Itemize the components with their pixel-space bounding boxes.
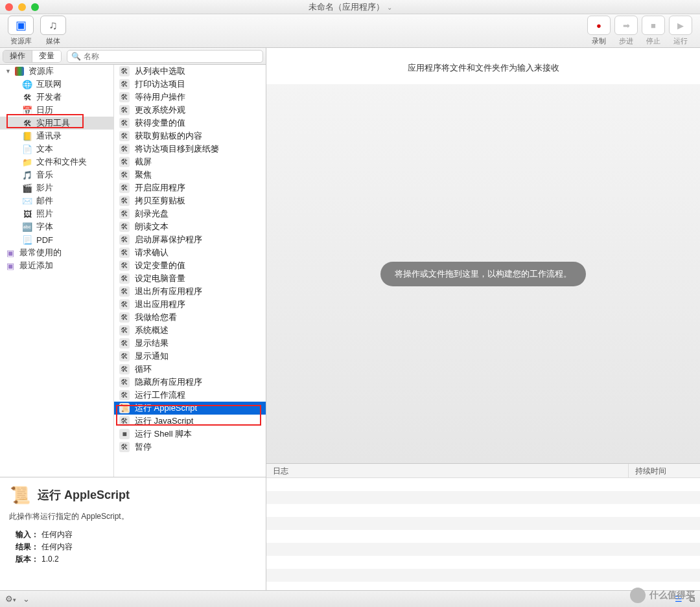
action-item[interactable]: 🛠系统概述 (114, 324, 266, 337)
smart-folder-item[interactable]: ▣最近添加 (0, 259, 113, 272)
action-item[interactable]: 🛠显示结果 (114, 337, 266, 350)
category-item[interactable]: 🖼照片 (0, 207, 113, 220)
category-item[interactable]: 🛠开发者 (0, 91, 113, 104)
category-list[interactable]: ▼资源库🌐互联网🛠开发者📅日历🛠实用工具📒通讯录📄文本📁文件和文件夹🎵音乐🎬影片… (0, 65, 114, 477)
minimize-window-button[interactable] (18, 3, 26, 11)
category-item[interactable]: 📁文件和文件夹 (0, 155, 113, 168)
action-item[interactable]: 🛠退出应用程序 (114, 298, 266, 311)
toolbar: ▣ 资源库 ♫ 媒体 ● 录制 ➡ 步进 ■ 停止 ▶ 运行 (0, 14, 700, 48)
action-item[interactable]: 🛠隐藏所有应用程序 (114, 376, 266, 389)
library-toggle-button[interactable]: ▣ 资源库 (8, 16, 34, 46)
library-root[interactable]: ▼资源库 (0, 65, 113, 78)
action-item[interactable]: 🛠刻录光盘 (114, 207, 266, 220)
toggle-description-icon[interactable]: ⌄ (23, 594, 30, 604)
action-item[interactable]: 🛠退出所有应用程序 (114, 285, 266, 298)
action-title: 运行 AppleScript (38, 487, 130, 503)
action-item[interactable]: 🛠获取剪贴板的内容 (114, 130, 266, 143)
action-item[interactable]: 🛠拷贝至剪贴板 (114, 194, 266, 207)
search-field[interactable]: 🔍 (67, 50, 263, 63)
library-tabs-row: 操作 变量 🔍 (0, 48, 266, 65)
action-item[interactable]: 🛠更改系统外观 (114, 104, 266, 117)
category-item[interactable]: 🎬影片 (0, 181, 113, 194)
record-button[interactable]: ● 录制 (587, 16, 611, 46)
category-item[interactable]: 🔤字体 (0, 220, 113, 233)
action-item[interactable]: 🛠暂停 (114, 441, 266, 453)
tab-variables[interactable]: 变量 (32, 51, 61, 62)
action-item[interactable]: 🛠设定电脑音量 (114, 272, 266, 285)
chevron-down-icon: ⌄ (387, 4, 392, 11)
action-item[interactable]: 📜运行 AppleScript (114, 402, 266, 415)
stop-button[interactable]: ■ 停止 (642, 16, 665, 46)
search-input[interactable] (84, 52, 259, 61)
action-item[interactable]: 🛠等待用户操作 (114, 91, 266, 104)
window-title[interactable]: 未命名（应用程序）⌄ (309, 1, 392, 13)
category-item[interactable]: 📃PDF (0, 233, 113, 246)
action-item[interactable]: 🛠运行 JavaScript (114, 415, 266, 428)
category-item[interactable]: 📅日历 (0, 104, 113, 117)
action-item[interactable]: 🛠运行工作流程 (114, 389, 266, 402)
watermark-icon (630, 588, 646, 603)
category-item[interactable]: ✉️邮件 (0, 194, 113, 207)
action-item[interactable]: 🛠循环 (114, 363, 266, 376)
tab-actions[interactable]: 操作 (3, 51, 32, 62)
traffic-lights (5, 3, 39, 11)
action-description-panel: 📜 运行 AppleScript 此操作将运行指定的 AppleScript。 … (0, 477, 266, 590)
sidebar-icon: ▣ (16, 18, 27, 32)
gear-menu-icon[interactable]: ⚙︎▾ (5, 594, 16, 604)
search-icon: 🔍 (71, 52, 81, 61)
zoom-window-button[interactable] (31, 3, 39, 11)
action-item[interactable]: 🛠聚焦 (114, 168, 266, 181)
action-item[interactable]: 🛠设定变量的值 (114, 259, 266, 272)
workflow-hint: 将操作或文件拖到这里，以构建您的工作流程。 (380, 262, 586, 286)
workflow-canvas[interactable]: 将操作或文件拖到这里，以构建您的工作流程。 (266, 84, 700, 463)
log-col-duration[interactable]: 持续时间 (629, 464, 700, 477)
workflow-input-header: 应用程序将文件和文件夹作为输入来接收 (266, 48, 700, 84)
action-item[interactable]: 🛠请求确认 (114, 246, 266, 259)
watermark: 什么值得买 (630, 588, 695, 603)
category-item[interactable]: 🛠实用工具 (0, 117, 113, 130)
step-button[interactable]: ➡ 步进 (614, 16, 638, 46)
titlebar: 未命名（应用程序）⌄ (0, 0, 700, 14)
action-item[interactable]: 🛠我做给您看 (114, 311, 266, 324)
action-item[interactable]: 🛠显示通知 (114, 350, 266, 363)
category-item[interactable]: 🎵音乐 (0, 168, 113, 181)
media-icon: ♫ (49, 19, 58, 32)
media-button[interactable]: ♫ 媒体 (40, 16, 66, 46)
action-item[interactable]: 🛠截屏 (114, 155, 266, 168)
action-item[interactable]: 🛠开启应用程序 (114, 181, 266, 194)
action-item[interactable]: ■运行 Shell 脚本 (114, 428, 266, 441)
log-rows (266, 478, 700, 590)
category-item[interactable]: 📒通讯录 (0, 130, 113, 143)
log-col-log[interactable]: 日志 (266, 464, 629, 477)
action-item[interactable]: 🛠朗读文本 (114, 220, 266, 233)
smart-folder-item[interactable]: ▣最常使用的 (0, 246, 113, 259)
action-item[interactable]: 🛠将访达项目移到废纸篓 (114, 143, 266, 155)
action-description: 此操作将运行指定的 AppleScript。 (9, 511, 257, 522)
status-bar: ⚙︎▾ ⌄ ☰ ⧉ (0, 590, 700, 607)
action-item[interactable]: 🛠获得变量的值 (114, 117, 266, 130)
action-item[interactable]: 🛠从列表中选取 (114, 65, 266, 78)
applescript-icon: 📜 (9, 484, 31, 506)
category-item[interactable]: 🌐互联网 (0, 78, 113, 91)
log-panel: 日志 持续时间 (266, 463, 700, 590)
run-button[interactable]: ▶ 运行 (669, 16, 692, 46)
category-item[interactable]: 📄文本 (0, 143, 113, 155)
action-item[interactable]: 🛠打印访达项目 (114, 78, 266, 91)
action-list[interactable]: 🛠从列表中选取🛠打印访达项目🛠等待用户操作🛠更改系统外观🛠获得变量的值🛠获取剪贴… (114, 65, 266, 477)
action-item[interactable]: 🛠启动屏幕保护程序 (114, 233, 266, 246)
close-window-button[interactable] (5, 3, 13, 11)
